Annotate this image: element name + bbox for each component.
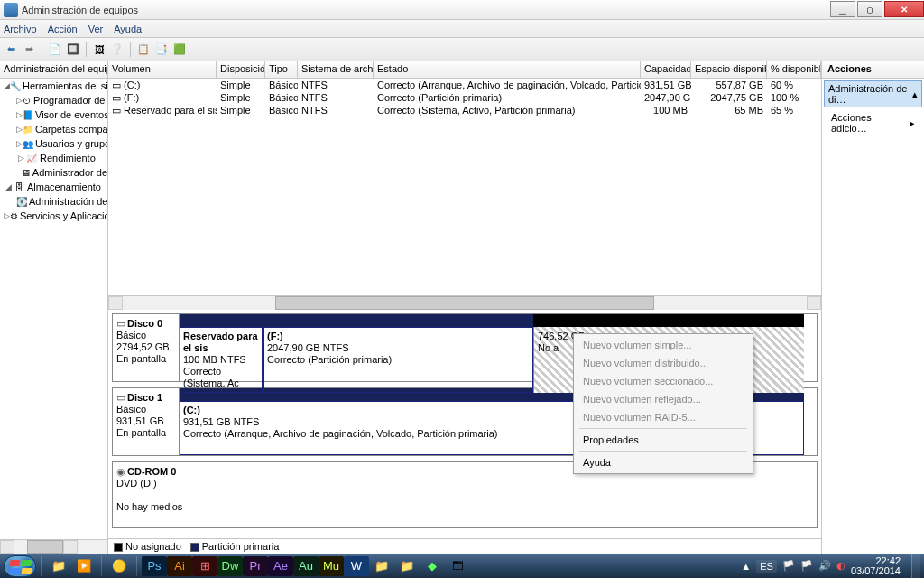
- tray-expand-icon[interactable]: ▲: [741, 561, 751, 572]
- ctx-properties[interactable]: Propiedades: [576, 431, 751, 449]
- toolbar: ⬅ ➡ 📄 🔲 🖼 ❔ 📋 📑 🟩: [0, 38, 924, 61]
- action-icon[interactable]: 🟩: [172, 42, 187, 57]
- tray-volume-icon[interactable]: 🔊: [818, 560, 831, 572]
- menu-help[interactable]: Ayuda: [114, 23, 142, 34]
- tree-label: Almacenamiento: [27, 182, 101, 192]
- list-icon[interactable]: 📋: [136, 42, 151, 57]
- ctx-item: Nuevo volumen simple...: [576, 336, 751, 354]
- tree-icon: 🗄: [13, 181, 25, 193]
- task-ae[interactable]: Ae: [268, 556, 293, 576]
- actions-more[interactable]: Acciones adicio…▸: [822, 109, 924, 136]
- forward-icon[interactable]: ➡: [22, 42, 36, 57]
- task-br[interactable]: ⊞: [192, 556, 217, 576]
- col-estado[interactable]: Estado: [374, 61, 641, 78]
- task-green[interactable]: ◆: [420, 556, 445, 576]
- tree-label: Rendimiento: [40, 153, 96, 163]
- maximize-button[interactable]: [857, 1, 882, 17]
- task-folder1[interactable]: 📁: [369, 556, 394, 576]
- taskbar[interactable]: 📁 ▶️ 🟡 Ps Ai ⊞ Dw Pr Ae Au Mu W 📁 📁 ◆ 🗔 …: [0, 554, 924, 578]
- ctx-help[interactable]: Ayuda: [576, 453, 751, 471]
- task-pr[interactable]: Pr: [243, 556, 268, 576]
- ctx-item: Nuevo volumen RAID-5...: [576, 408, 751, 426]
- tree-item[interactable]: ▷👥Usuarios y grupos: [0, 136, 107, 151]
- export-icon[interactable]: 📑: [154, 42, 169, 57]
- task-folder2[interactable]: 📁: [394, 556, 420, 576]
- menu-action[interactable]: Acción: [48, 23, 78, 34]
- col-volumen[interactable]: Volumen: [108, 61, 217, 78]
- tree-label: Administración de: [29, 196, 107, 207]
- tree-item[interactable]: 💽Administración de: [0, 194, 107, 209]
- app-icon: [4, 3, 18, 17]
- titlebar: Administración de equipos: [0, 0, 924, 20]
- volume-icon: ▭: [112, 105, 121, 116]
- collapse-icon: ▴: [912, 89, 918, 100]
- tree-item[interactable]: ▷📘Visor de eventos: [0, 107, 107, 122]
- back-icon[interactable]: ⬅: [4, 42, 18, 57]
- task-ai[interactable]: Ai: [167, 556, 192, 576]
- task-word[interactable]: W: [344, 556, 369, 576]
- up-icon[interactable]: 📄: [48, 42, 62, 57]
- ctx-item: Nuevo volumen distribuido...: [576, 354, 751, 372]
- task-ps[interactable]: Ps: [142, 556, 167, 576]
- col-disposicion[interactable]: Disposición: [217, 61, 265, 78]
- col-espacio[interactable]: Espacio disponible: [691, 61, 767, 78]
- tray-app-icon[interactable]: ◐: [836, 560, 845, 572]
- volume-row[interactable]: ▭ Reservado para el sistemaSimpleBásicoN…: [108, 104, 821, 117]
- tree-label: Carpetas compart: [35, 124, 107, 135]
- col-porcentaje[interactable]: % disponibl: [767, 61, 821, 78]
- partition[interactable]: (F:)2047,90 GB NTFSCorrecto (Partición p…: [263, 327, 533, 393]
- properties-icon[interactable]: 🔲: [66, 42, 80, 57]
- context-menu[interactable]: Nuevo volumen simple...Nuevo volumen dis…: [573, 333, 753, 474]
- volume-hscroll[interactable]: [108, 295, 821, 310]
- tray-language[interactable]: ES: [756, 560, 777, 573]
- show-desktop[interactable]: [911, 554, 920, 578]
- tree-item[interactable]: ▷⏲Programador de t: [0, 93, 107, 107]
- tree-label: Usuarios y grupos: [35, 138, 107, 149]
- tree-item[interactable]: ▷⚙Servicios y Aplicacion: [0, 209, 107, 223]
- cdrom-icon: ◉: [116, 466, 125, 477]
- tree-label: Administrador de: [32, 167, 107, 178]
- actions-selected[interactable]: Administración de di…▴: [824, 80, 922, 107]
- disk-icon: ▭: [116, 318, 125, 329]
- task-mmc[interactable]: 🗔: [445, 556, 470, 576]
- col-capacidad[interactable]: Capacidad: [641, 61, 691, 78]
- refresh-icon[interactable]: 🖼: [92, 42, 106, 57]
- tree-item[interactable]: ▷📈Rendimiento: [0, 151, 107, 165]
- nav-tree[interactable]: Administración del equip ◢🔧Herramientas …: [0, 61, 108, 554]
- tree-label: Servicios y Aplicacion: [20, 210, 107, 221]
- partition[interactable]: Reservado para el sis100 MB NTFSCorrecto…: [180, 327, 263, 393]
- tree-icon: 🔧: [10, 79, 21, 92]
- tree-item[interactable]: ◢🔧Herramientas del sist: [0, 79, 107, 93]
- tree-item[interactable]: 🖥Administrador de: [0, 165, 107, 180]
- task-explorer[interactable]: 📁: [46, 556, 71, 576]
- minimize-button[interactable]: [830, 1, 855, 17]
- tree-icon: ⚙: [10, 210, 18, 222]
- col-fs[interactable]: Sistema de archivos: [298, 61, 374, 78]
- tree-label: Programador de t: [33, 95, 107, 106]
- tray-clock[interactable]: 22:4203/07/2014: [851, 556, 901, 576]
- task-mu[interactable]: Mu: [319, 556, 344, 576]
- window-title: Administración de equipos: [22, 5, 828, 15]
- start-button[interactable]: [4, 555, 36, 577]
- tree-header: Administración del equip: [0, 61, 107, 79]
- task-mediaplayer[interactable]: ▶️: [71, 556, 97, 576]
- menu-file[interactable]: Archivo: [4, 23, 37, 34]
- close-button[interactable]: [884, 1, 924, 17]
- tree-item[interactable]: ▷📁Carpetas compart: [0, 122, 107, 136]
- menu-view[interactable]: Ver: [88, 23, 104, 34]
- task-chrome[interactable]: 🟡: [106, 556, 132, 576]
- actions-header: Acciones: [822, 61, 924, 79]
- col-tipo[interactable]: Tipo: [265, 61, 298, 78]
- task-dw[interactable]: Dw: [217, 556, 243, 576]
- tray-flag-icon[interactable]: 🏳️: [782, 560, 795, 572]
- help-icon[interactable]: ❔: [110, 42, 125, 57]
- tray-action-center-icon[interactable]: 🏳️: [800, 560, 813, 572]
- tree-icon: 💽: [16, 195, 27, 208]
- volume-row[interactable]: ▭ (C:)SimpleBásicoNTFSCorrecto (Arranque…: [108, 79, 821, 91]
- volume-list[interactable]: ▭ (C:)SimpleBásicoNTFSCorrecto (Arranque…: [108, 79, 821, 295]
- system-tray[interactable]: ▲ ES 🏳️ 🏳️ 🔊 ◐ 22:4203/07/2014: [741, 554, 920, 578]
- tree-item[interactable]: ◢🗄Almacenamiento: [0, 180, 107, 194]
- task-au[interactable]: Au: [293, 556, 319, 576]
- volume-row[interactable]: ▭ (F:)SimpleBásicoNTFSCorrecto (Partició…: [108, 91, 821, 104]
- tree-hscroll[interactable]: [0, 539, 107, 554]
